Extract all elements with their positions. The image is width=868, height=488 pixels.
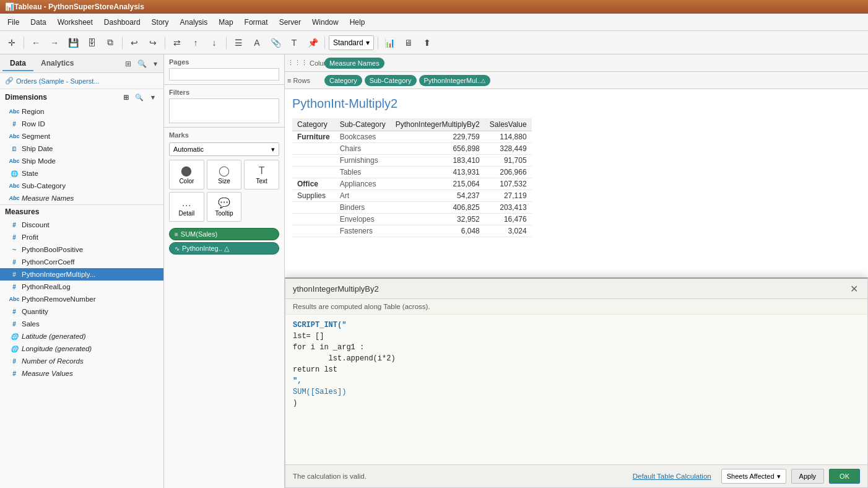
field-measure-values[interactable]: # Measure Values: [0, 367, 163, 380]
field-segment[interactable]: Abc Segment: [0, 130, 163, 142]
field-number-of-records[interactable]: # Number of Records: [0, 355, 163, 367]
menu-map[interactable]: Map: [214, 15, 238, 29]
toolbar-forward[interactable]: →: [46, 35, 63, 51]
ok-button[interactable]: OK: [829, 469, 860, 484]
toolbar-text[interactable]: T: [286, 35, 302, 51]
hash-icon: #: [10, 282, 19, 291]
dimensions-grid-icon[interactable]: ⊞: [120, 92, 131, 103]
default-table-calc-link[interactable]: Default Table Calculation: [633, 473, 711, 480]
toolbar-duplicate[interactable]: ⧉: [102, 35, 118, 51]
detail-button[interactable]: … Detail: [169, 192, 204, 222]
menu-help[interactable]: Help: [345, 15, 370, 29]
tab-analytics[interactable]: Analytics: [33, 56, 81, 71]
field-discount[interactable]: # Discount: [0, 219, 163, 231]
toolbar-back[interactable]: ←: [28, 35, 44, 51]
rows-pill-sub-category[interactable]: Sub-Category: [365, 75, 417, 86]
hash-icon: #: [10, 357, 19, 365]
field-python-real-log[interactable]: # PythonRealLog: [0, 281, 163, 293]
dimensions-expand-icon[interactable]: ▾: [147, 92, 158, 103]
dialog-close-button[interactable]: ✕: [848, 282, 860, 295]
data-source-icon: 🔗: [5, 77, 14, 85]
field-region[interactable]: Abc Region: [0, 105, 163, 118]
titlebar: 📊 Tableau - PythonSuperStoreAnalysis: [0, 0, 868, 14]
field-sub-category[interactable]: Abc Sub-Category: [0, 180, 163, 192]
field-latitude[interactable]: 🌐 Latitude (generated): [0, 330, 163, 342]
center-panel: Pages Filters Marks Automatic ▾ ⬤ Color …: [164, 54, 285, 488]
columns-pill-measure-names[interactable]: Measure Names: [324, 58, 384, 69]
field-ship-date[interactable]: 🗓 Ship Date: [0, 142, 163, 155]
field-python-corr[interactable]: # PythonCorrCoeff: [0, 256, 163, 268]
dimensions-header: Dimensions ⊞ 🔍 ▾: [0, 89, 163, 105]
field-python-remove-number[interactable]: Abc PythonRemoveNumber: [0, 293, 163, 305]
menu-data[interactable]: Data: [25, 15, 51, 29]
menu-format[interactable]: Format: [240, 15, 273, 29]
marks-type-dropdown[interactable]: Automatic ▾: [169, 142, 279, 156]
pill-python-integ[interactable]: ∿ PythonInteg.. △: [169, 242, 279, 255]
hash-icon: #: [10, 258, 19, 266]
toolbar-label[interactable]: A: [249, 35, 265, 51]
toolbar-pin[interactable]: 📌: [305, 35, 321, 51]
cell-sub-category: Binders: [335, 202, 391, 214]
field-sales[interactable]: # Sales: [0, 318, 163, 330]
menu-worksheet[interactable]: Worksheet: [53, 15, 98, 29]
field-ship-mode[interactable]: Abc Ship Mode: [0, 155, 163, 167]
toolbar-redo[interactable]: ↪: [145, 35, 161, 51]
menu-analysis[interactable]: Analysis: [175, 15, 213, 29]
toolbar-undo[interactable]: ↩: [126, 35, 142, 51]
toolbar-device-preview[interactable]: 🖥: [401, 35, 417, 51]
field-quantity[interactable]: # Quantity: [0, 305, 163, 318]
toolbar-crosshair[interactable]: ✛: [4, 35, 20, 51]
table-row: FurnitureBookcases229,759114,880: [292, 131, 532, 143]
sheets-affected-button[interactable]: Sheets Affected ▾: [721, 469, 786, 484]
color-button[interactable]: ⬤ Color: [169, 160, 204, 190]
cell-sub-category: Tables: [335, 167, 391, 178]
data-source[interactable]: 🔗 Orders (Sample - Superst...: [0, 73, 163, 89]
toolbar-new-datasource[interactable]: 🗄: [84, 35, 100, 51]
field-longitude[interactable]: 🌐 Longitude (generated): [0, 342, 163, 355]
code-normal: lst= []: [293, 332, 324, 341]
menu-server[interactable]: Server: [274, 15, 306, 29]
rows-label: ≡ Rows: [287, 77, 324, 84]
menu-file[interactable]: File: [2, 15, 24, 29]
rows-pill-python[interactable]: PythonIntegerMul..: [419, 75, 490, 86]
toolbar-sort-asc[interactable]: ↑: [188, 35, 204, 51]
toolbar-sort-desc[interactable]: ↓: [206, 35, 222, 51]
toolbar-share[interactable]: ⬆: [419, 35, 435, 51]
main-layout: Data Analytics ⊞ 🔍 ▾ 🔗 Orders (Sample - …: [0, 54, 868, 488]
field-python-bool[interactable]: ~ PythonBoolPositive: [0, 243, 163, 256]
rows-pill-category[interactable]: Category: [324, 75, 362, 86]
toolbar-show-me[interactable]: ☰: [230, 35, 246, 51]
dimensions-search-icon[interactable]: 🔍: [134, 92, 145, 103]
text-icon: T: [259, 165, 265, 176]
sheets-affected-label: Sheets Affected: [727, 473, 775, 480]
toolbar-annotation[interactable]: 📎: [267, 35, 284, 51]
field-profit[interactable]: # Profit: [0, 231, 163, 243]
field-python-int-multiply[interactable]: # PythonIntegerMultiply...: [0, 268, 163, 281]
grid-icon[interactable]: ⊞: [123, 58, 134, 69]
search-icon[interactable]: 🔍: [136, 58, 147, 69]
toolbar-save[interactable]: 💾: [65, 35, 81, 51]
field-state[interactable]: 🌐 State: [0, 167, 163, 180]
apply-button[interactable]: Apply: [791, 469, 825, 484]
col-python: PythonIntegerMultiplyBy2: [391, 118, 485, 131]
menu-window[interactable]: Window: [307, 15, 344, 29]
dialog-code[interactable]: SCRIPT_INT(" lst= [] for i in _arg1 : ls…: [285, 315, 867, 464]
field-row-id[interactable]: # Row ID: [0, 118, 163, 130]
tab-data[interactable]: Data: [2, 56, 33, 71]
calendar-icon: 🗓: [10, 144, 19, 153]
abc-icon: Abc: [10, 194, 19, 203]
code-line-8: ): [293, 398, 860, 409]
cell-python-val: 183,410: [391, 155, 485, 167]
tooltip-button[interactable]: 💬 Tooltip: [207, 192, 242, 222]
cell-category: [292, 155, 335, 167]
menu-dashboard[interactable]: Dashboard: [99, 15, 145, 29]
size-button[interactable]: ◯ Size: [207, 160, 242, 190]
toolbar-chart-options[interactable]: 📊: [382, 35, 398, 51]
text-button[interactable]: T Text: [244, 160, 279, 190]
toolbar-swap[interactable]: ⇄: [169, 35, 185, 51]
expand-icon[interactable]: ▾: [150, 58, 161, 69]
field-measure-names[interactable]: Abc Measure Names: [0, 192, 163, 204]
menu-story[interactable]: Story: [147, 15, 174, 29]
toolbar-standard-dropdown[interactable]: Standard ▾: [329, 35, 374, 50]
pill-sum-sales[interactable]: ≡ SUM(Sales): [169, 228, 279, 240]
